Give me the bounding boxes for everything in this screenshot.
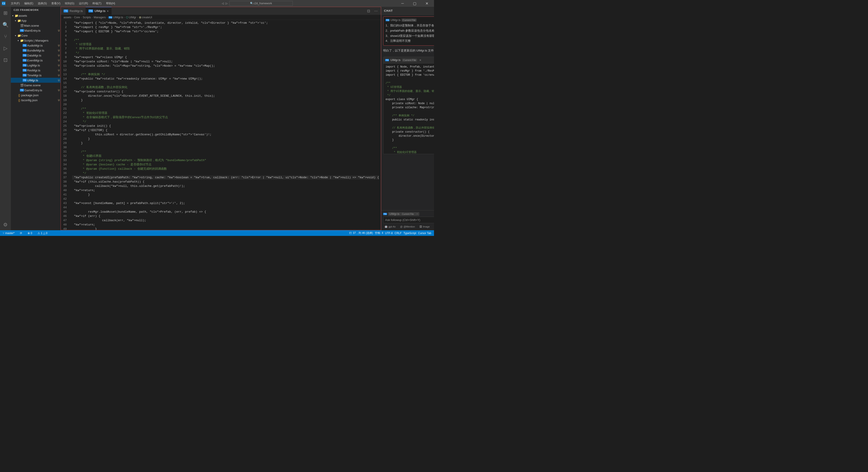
chat-code-content[interactable]: import { Node, Prefab, instantiate, dire…	[383, 63, 434, 154]
breadcrumb-assets[interactable]: assets	[64, 16, 71, 19]
sidebar-item-packagejson[interactable]: {}package.json	[11, 93, 61, 98]
sidebar-item-Mainscene[interactable]: 🎬Main.scene	[11, 23, 61, 28]
menu-item-F[interactable]: 文件(F)	[9, 1, 22, 6]
chat-code-close-btn[interactable]: ×	[419, 58, 421, 62]
sidebar-item-BundleMgrts[interactable]: TSBundleMgr.tsU	[11, 48, 61, 53]
tree-label: BundleMgr.ts	[27, 49, 58, 52]
sidebar-item-assets[interactable]: ▾📁assets	[11, 13, 61, 18]
split-editor-button[interactable]: ⊡	[366, 8, 372, 14]
breadcrumb-class[interactable]: ⬡ UIMgr	[126, 16, 136, 19]
code-line-5: /**	[72, 38, 379, 42]
sidebar-item-ScriptsManagers[interactable]: ▾📁Scripts | Managers	[11, 38, 61, 43]
tree-label: UIMgr.ts	[27, 78, 58, 82]
sidebar-item-Core[interactable]: ▾📁Core	[11, 33, 61, 38]
status-warnings[interactable]: ⚠ 1 △ 0	[37, 230, 48, 236]
status-errors[interactable]: ⊗ 0	[27, 230, 33, 236]
tree-label: assets	[19, 14, 61, 18]
sidebar-item-UIMgrts[interactable]: TSUIMgr.tsU	[11, 78, 61, 83]
more-actions-button[interactable]: ⋯	[373, 8, 379, 14]
chat-input-close-btn[interactable]: ×	[416, 212, 418, 216]
sidebar-item-tsconfigjson[interactable]: {}tsconfig.jsonU	[11, 98, 61, 102]
sidebar-item-ResMgrts[interactable]: TSResMgr.tsU	[11, 68, 61, 73]
close-button[interactable]: ✕	[422, 0, 432, 7]
breadcrumb-sep1: ›	[72, 16, 73, 19]
title-bar: C2 文件(F)编辑(E)选择(S)查看(V)转到(G)运行(R)终端(T)帮助…	[0, 0, 434, 7]
language-label: TypeScript	[403, 231, 416, 235]
search-box[interactable]: 🔍 c2d_framework	[229, 1, 293, 6]
code-line-37: "kw">public createUI(prefabPath: "kw">st…	[72, 175, 379, 180]
sidebar-item-AudioMgrts[interactable]: TSAudioMgr.tsU	[11, 43, 61, 48]
tab-actions: ⊡ ⋯	[366, 8, 381, 14]
sidebar-item-GameEntryts[interactable]: TSGameEntry.tsU	[11, 88, 61, 93]
status-language[interactable]: TypeScript	[403, 230, 417, 236]
menu-item-T[interactable]: 终端(T)	[91, 1, 103, 6]
folder-icon: 📁	[17, 34, 21, 37]
request-item-1: 2、prefabPath 参数应该包含分包名称	[385, 28, 434, 33]
image-button[interactable]: 🖼 Image	[418, 225, 431, 228]
mention-button[interactable]: @ @Mention	[399, 225, 416, 228]
tree-modified-badge: U	[58, 49, 60, 52]
breadcrumb-managers[interactable]: Managers	[94, 16, 105, 19]
status-branch[interactable]: ⑂ master*	[2, 230, 16, 236]
tab-uiMgr[interactable]: TS UIMgr.ts ×	[86, 7, 112, 15]
status-position[interactable]: 行 37，列 46 (选择)	[348, 230, 374, 236]
line-number-48: 48	[61, 223, 69, 227]
status-line-ending[interactable]: CRLF	[394, 230, 402, 236]
code-line-34: * @param {boolean} cache - 是否缓存UI节点	[72, 162, 379, 167]
activity-extensions-icon[interactable]: ⊡	[0, 55, 11, 65]
status-spaces[interactable]: 空格: 4	[374, 230, 384, 236]
branch-icon: ⑂	[3, 231, 4, 235]
code-line-3: "kw">import { EDITOR } "kw">from "str">'…	[72, 29, 379, 34]
sidebar-item-LogMgrts[interactable]: TSLogMgr.tsU	[11, 63, 61, 68]
chat-input-file-name[interactable]: UIMgr.ts Current File ×	[388, 212, 419, 216]
status-sync[interactable]: ⟳	[19, 230, 23, 236]
tree-modified-badge: U	[58, 59, 60, 62]
menu-item-G[interactable]: 转到(G)	[63, 1, 76, 6]
code-line-47: callback(err, "kw">null);	[72, 218, 379, 223]
maximize-button[interactable]: ▢	[410, 0, 420, 7]
sidebar-item-Gamescene[interactable]: 🎬Game.scene	[11, 83, 61, 88]
tab-close-uiMgr[interactable]: ×	[107, 9, 108, 13]
model-selector[interactable]: 🤖 gpt-4o	[383, 225, 397, 228]
line-number-31: 31	[61, 150, 69, 154]
sidebar-title: C2D FRAMEWORK	[11, 7, 61, 13]
sidebar-item-App[interactable]: ▾📁App	[11, 18, 61, 23]
status-right: 行 37，列 46 (选择) 空格: 4 UTF-8 CRLF TypeScri…	[348, 230, 432, 236]
code-line-36: */	[72, 171, 379, 175]
activity-git-icon[interactable]: ⑂	[0, 31, 11, 42]
breadcrumb-scripts[interactable]: Scripts	[83, 16, 91, 19]
breadcrumb-method[interactable]: ⊞ createUI	[139, 16, 152, 19]
activity-debug-icon[interactable]: ▷	[0, 43, 11, 54]
sidebar-item-EventMgrts[interactable]: TSEventMgr.tsU	[11, 58, 61, 63]
chat-input-file-badge: Current File	[401, 213, 414, 216]
chat-input-box[interactable]: Ask followup (Ctrl+Shift+Y)	[383, 217, 434, 223]
sidebar-item-TimeMgrts[interactable]: TSTimeMgr.tsU	[11, 73, 61, 78]
activity-search-icon[interactable]: 🔍	[0, 20, 11, 30]
menu-item-V[interactable]: 查看(V)	[50, 1, 62, 6]
sidebar-item-DataMgrts[interactable]: TSDataMgr.tsU	[11, 53, 61, 58]
chat-input-area: TS UIMgr.ts Current File × Ask followup …	[381, 210, 434, 230]
menu-item-S[interactable]: 选择(S)	[36, 1, 49, 6]
activity-explorer-icon[interactable]: ⊞	[0, 8, 11, 19]
sidebar-item-MainEntryts[interactable]: TSMainEntry.tsU	[11, 28, 61, 33]
chat-request-box: TS UIMgr.ts Current File 1、我们的UI是预制体，并且存…	[383, 17, 434, 45]
menu-item-R[interactable]: 运行(R)	[77, 1, 90, 6]
breadcrumb-file[interactable]: TS UIMgr.ts	[108, 16, 123, 19]
code-line-17: "kw">private constructor() {	[72, 90, 379, 94]
code-content[interactable]: "kw">import { "cls">Node, "cls">Prefab, …	[72, 20, 379, 230]
breadcrumb-core[interactable]: Core	[74, 16, 80, 19]
chat-request-file-badge: Current File	[401, 19, 416, 22]
line-number-3: 3	[61, 29, 69, 34]
line-number-23: 23	[61, 115, 69, 120]
status-encoding[interactable]: UTF-8	[384, 230, 394, 236]
encoding-label: UTF-8	[385, 231, 393, 235]
minimize-button[interactable]: ─	[397, 0, 408, 7]
menu-item-E[interactable]: 编辑(E)	[22, 1, 35, 6]
breadcrumb: assets › Core › Scripts › Managers › TS …	[61, 15, 381, 20]
tab-resMgr[interactable]: TS ResMgr.ts	[61, 7, 86, 15]
line-number-11: 11	[61, 64, 69, 68]
activity-settings-icon[interactable]: ⚙	[0, 219, 11, 230]
menu-item-H[interactable]: 帮助(H)	[104, 1, 117, 6]
tree-label: Core	[21, 34, 61, 37]
status-cursor-style[interactable]: Cursor Tab	[417, 230, 432, 236]
